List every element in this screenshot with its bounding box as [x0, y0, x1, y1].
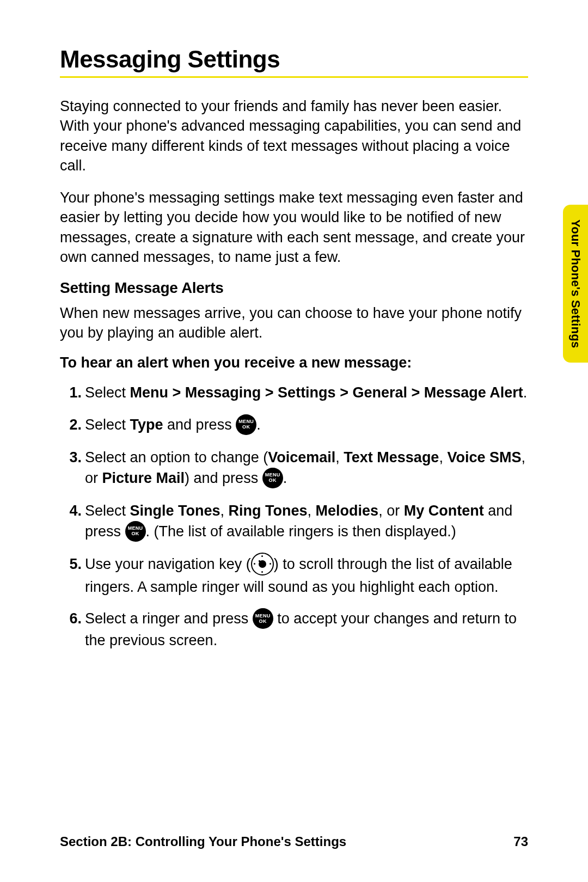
footer-section-label: Section 2B: Controlling Your Phone's Set… [60, 834, 346, 849]
step-bold: Voice SMS [447, 449, 521, 465]
page-footer: Section 2B: Controlling Your Phone's Set… [60, 834, 528, 849]
steps-list: 1. Select Menu > Messaging > Settings > … [60, 382, 528, 651]
sub-paragraph: When new messages arrive, you can choose… [60, 303, 528, 343]
step-bold: Voicemail [268, 449, 335, 465]
step-number: 6. [60, 608, 82, 629]
step-number: 5. [60, 554, 82, 574]
step-number: 3. [60, 447, 82, 468]
step-text: , [335, 449, 344, 465]
step-bold: Type [130, 416, 163, 433]
step-bold: Ring Tones [229, 503, 308, 519]
step-number: 2. [60, 414, 82, 435]
step-bold: Melodies [316, 503, 379, 519]
step-3: 3. Select an option to change (Voicemail… [85, 447, 528, 489]
step-4: 4. Select Single Tones, Ring Tones, Melo… [85, 500, 528, 543]
step-text: . [523, 384, 528, 401]
navigation-key-icon [251, 553, 274, 575]
step-6: 6. Select a ringer and press MENUOK to a… [85, 608, 528, 651]
step-text: , [308, 503, 316, 519]
step-5: 5. Use your navigation key () to scroll … [85, 554, 528, 597]
page-number: 73 [513, 834, 528, 849]
menu-ok-icon: MENUOK [262, 468, 283, 488]
step-text: Select [85, 384, 130, 401]
step-bold: Text Message [344, 449, 439, 465]
menu-ok-icon: MENUOK [253, 608, 273, 629]
step-text: Select [85, 503, 130, 519]
step-text: and press [163, 416, 236, 433]
step-text: , [439, 449, 447, 465]
intro-paragraph-2: Your phone's messaging settings make tex… [60, 188, 528, 267]
step-1: 1. Select Menu > Messaging > Settings > … [85, 382, 528, 403]
step-text: ) and press [185, 470, 262, 486]
procedure-lead: To hear an alert when you receive a new … [60, 354, 528, 371]
page-title: Messaging Settings [60, 46, 528, 73]
subheading: Setting Message Alerts [60, 279, 528, 297]
side-tab: Your Phone's Settings [563, 205, 588, 363]
step-text: Use your navigation key ( [85, 556, 251, 572]
step-bold: Picture Mail [102, 470, 185, 486]
step-number: 1. [60, 382, 82, 403]
step-bold: My Content [404, 503, 484, 519]
step-text: Select an option to change ( [85, 449, 268, 465]
step-number: 4. [60, 500, 82, 521]
step-text: Select a ringer and press [85, 610, 253, 627]
step-bold: Menu > Messaging > Settings > General > … [130, 384, 523, 401]
step-text: , [220, 503, 229, 519]
step-text: Select [85, 416, 130, 433]
step-2: 2. Select Type and press MENUOK. [85, 414, 528, 436]
step-text: . (The list of available ringers is then… [146, 523, 456, 540]
intro-paragraph-1: Staying connected to your friends and fa… [60, 96, 528, 176]
title-underline [60, 76, 528, 78]
menu-ok-icon: MENUOK [236, 414, 256, 435]
step-text: . [256, 416, 261, 433]
side-tab-label: Your Phone's Settings [568, 219, 583, 348]
step-bold: Single Tones [130, 503, 220, 519]
step-text: , or [378, 503, 404, 519]
menu-ok-icon: MENUOK [125, 521, 146, 542]
step-text: . [283, 470, 287, 486]
